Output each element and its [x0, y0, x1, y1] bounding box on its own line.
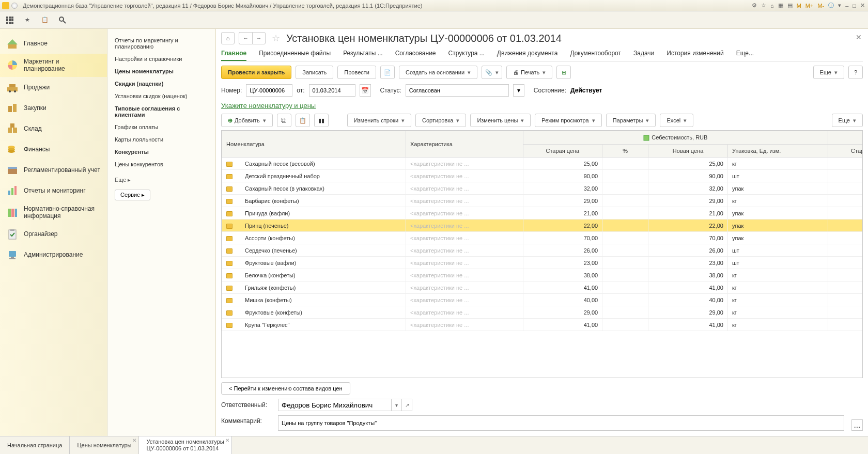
copy-icon-button[interactable]: ⿻ — [277, 114, 291, 127]
subnav-item[interactable]: Типовые соглашения с клиентами — [115, 102, 208, 121]
change-composition-button[interactable]: < Перейти к изменению состава видов цен — [221, 382, 350, 395]
params-button[interactable]: Параметры — [606, 114, 656, 127]
nav-item-organizer[interactable]: Органайзер — [0, 224, 107, 245]
grid-more-button[interactable]: Еще — [832, 114, 863, 127]
col-new-price-1[interactable]: Новая цена — [648, 145, 728, 158]
m-icon[interactable]: M — [796, 3, 802, 9]
responsible-dropdown-icon[interactable]: ▾ — [392, 399, 402, 411]
responsible-input[interactable] — [278, 399, 392, 411]
excel-export-icon-button[interactable]: ⊞ — [556, 66, 571, 79]
change-prices-button[interactable]: Изменить цены — [470, 114, 531, 127]
report-icon-button[interactable]: 📄 — [380, 66, 395, 79]
minimize-button[interactable]: – — [844, 3, 849, 9]
nav-item-reference[interactable]: Нормативно-справочная информация — [0, 201, 107, 224]
calc-icon[interactable]: ▦ — [777, 2, 784, 9]
calendar-sys-icon[interactable]: ▤ — [786, 2, 794, 9]
number-input[interactable] — [246, 84, 292, 97]
nav-item-reports[interactable]: Отчеты и мониторинг — [0, 180, 107, 201]
nav-item-sales[interactable]: Продажи — [0, 77, 107, 98]
help-button[interactable]: ? — [848, 66, 863, 79]
subnav-item[interactable]: Настройки и справочники — [115, 53, 208, 65]
table-row[interactable]: Причуда (вафли) <характеристики не ... 2… — [222, 207, 863, 220]
col-wholesale-group[interactable]: Оптовая, RUB — [828, 131, 863, 145]
col-pack-1[interactable]: Упаковка, Ед. изм. — [727, 145, 828, 158]
add-button[interactable]: ⊕Добавить — [221, 114, 273, 127]
col-characteristic[interactable]: Характеристика — [406, 131, 523, 158]
tab-4[interactable]: Структура ... — [448, 46, 485, 61]
apps-icon[interactable] — [5, 15, 14, 25]
print-button[interactable]: 🖨 Печать — [506, 66, 552, 79]
nav-item-finance[interactable]: Финансы — [0, 139, 107, 160]
table-row[interactable]: Детский праздничный набор <характеристик… — [222, 170, 863, 182]
fav-icon[interactable]: ☆ — [760, 2, 767, 9]
close-form-button[interactable]: ✕ — [856, 33, 862, 41]
col-pct-1[interactable]: % — [602, 145, 648, 158]
nav-item-warehouse[interactable]: Склад — [0, 118, 107, 139]
tab-1[interactable]: Присоединенные файлы — [259, 46, 331, 61]
subnav-item[interactable]: Конкуренты — [115, 146, 208, 158]
app-menu-icon[interactable] — [11, 3, 18, 9]
table-row[interactable]: Сердечко (печенье) <характеристики не ..… — [222, 244, 863, 257]
sort-button[interactable]: Сортировка — [415, 114, 466, 127]
tools-icon[interactable]: ⚙ — [751, 2, 758, 9]
subnav-item[interactable]: Карты лояльности — [115, 133, 208, 146]
tab-2[interactable]: Результаты ... — [343, 46, 383, 61]
table-row[interactable]: Фруктовые (конфеты) <характеристики не .… — [222, 306, 863, 319]
window-tab-2[interactable]: Установка цен номенклатурыЦУ-00000006 от… — [139, 436, 231, 454]
col-cost-group[interactable]: Себестоимость, RUB — [523, 131, 828, 145]
table-row[interactable]: Фруктовые (вафли) <характеристики не ...… — [222, 257, 863, 269]
back-button[interactable]: ← — [239, 32, 252, 44]
tab-0[interactable]: Главное — [221, 46, 246, 61]
clipboard-icon[interactable]: 📋 — [40, 15, 50, 25]
more-actions-button[interactable]: Еще — [813, 66, 844, 79]
close-tab-icon[interactable]: ✕ — [225, 437, 229, 443]
home-button[interactable]: ⌂ — [221, 32, 235, 44]
responsible-open-icon[interactable]: ↗ — [402, 399, 412, 411]
section-title[interactable]: Укажите номенклатуру и цены — [221, 102, 863, 109]
col-old-price-2[interactable]: Старая цена — [828, 145, 863, 158]
price-grid[interactable]: Номенклатура Характеристика Себестоимост… — [221, 130, 863, 378]
tab-6[interactable]: Документооборот — [570, 46, 621, 61]
calendar-icon[interactable]: 📅 — [360, 84, 371, 97]
table-row[interactable]: Мишка (конфеты) <характеристики не ... 4… — [222, 294, 863, 306]
nav-item-marketing[interactable]: Маркетинг и планирование — [0, 54, 107, 77]
table-row[interactable]: Сахарный песок (весовой) <характеристики… — [222, 158, 863, 170]
star-icon[interactable]: ★ — [23, 15, 32, 25]
table-row[interactable]: Сахарный песок (в упаковках) <характерис… — [222, 182, 863, 195]
info-icon[interactable]: ⓘ — [827, 2, 835, 9]
service-button[interactable]: Сервис ▸ — [115, 190, 150, 200]
comment-expand-button[interactable]: … — [851, 419, 863, 431]
col-nomenclature[interactable]: Номенклатура — [222, 131, 406, 158]
table-row[interactable]: Ассорти (конфеты) <характеристики не ...… — [222, 232, 863, 244]
nav-item-accounting[interactable]: Регламентированный учет — [0, 160, 107, 180]
post-and-close-button[interactable]: Провести и закрыть — [221, 66, 291, 79]
dropdown-sys-icon[interactable]: ▾ — [837, 2, 842, 9]
m-plus-icon[interactable]: M+ — [804, 3, 815, 9]
nav-item-home[interactable]: Главное — [0, 33, 107, 54]
paste-icon-button[interactable]: 📋 — [296, 114, 310, 127]
tab-5[interactable]: Движения документа — [497, 46, 558, 61]
attach-icon-button[interactable]: 📎 — [482, 66, 502, 79]
create-based-button[interactable]: Создать на основании — [399, 66, 477, 79]
tab-8[interactable]: История изменений — [667, 46, 723, 61]
subnav-item[interactable]: Графики оплаты — [115, 121, 208, 133]
nav-item-admin[interactable]: Администрирование — [0, 245, 107, 265]
window-tab-1[interactable]: Цены номенклатуры✕ — [70, 436, 139, 454]
excel-button[interactable]: Excel — [660, 114, 693, 127]
favorite-star-icon[interactable]: ☆ — [272, 33, 280, 44]
subnav-item[interactable]: Отчеты по маркетингу и планированию — [115, 34, 208, 53]
view-mode-button[interactable]: Режим просмотра — [535, 114, 601, 127]
tab-7[interactable]: Задачи — [633, 46, 654, 61]
status-select[interactable] — [406, 84, 509, 97]
search-icon[interactable] — [58, 15, 67, 25]
maximize-button[interactable]: □ — [851, 3, 857, 9]
comment-input[interactable] — [278, 415, 844, 431]
table-row[interactable]: Крупа "Геркулес" <характеристики не ... … — [222, 319, 863, 331]
forward-button[interactable]: → — [252, 32, 266, 44]
tab-3[interactable]: Согласование — [395, 46, 436, 61]
save-button[interactable]: Записать — [296, 66, 333, 79]
table-row[interactable]: Барбарис (конфеты) <характеристики не ..… — [222, 195, 863, 207]
subnav-item[interactable]: Скидки (наценки) — [115, 77, 208, 90]
table-row[interactable]: Белочка (конфеты) <характеристики не ...… — [222, 269, 863, 281]
window-tab-0[interactable]: Начальная страница — [0, 436, 70, 454]
